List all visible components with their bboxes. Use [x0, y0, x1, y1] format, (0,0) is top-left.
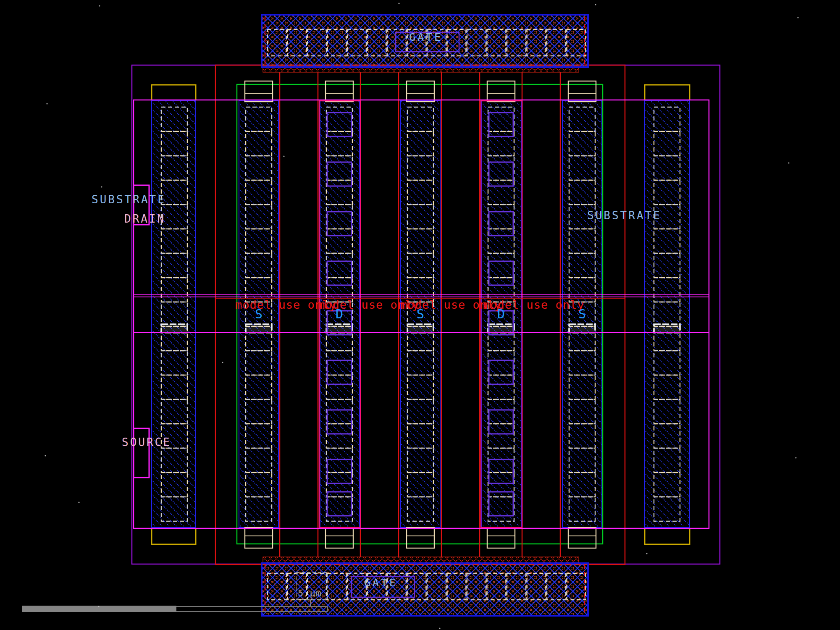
grid-dot	[99, 5, 100, 6]
metal-stub	[568, 528, 596, 548]
gate-top-label[interactable]: GATE	[409, 31, 443, 43]
substrate-column-right[interactable]	[645, 101, 690, 528]
scale-label[interactable]: 5 µm	[298, 588, 322, 598]
substrate-column-left[interactable]	[152, 101, 196, 528]
grid-dot	[646, 553, 647, 554]
sd-letter[interactable]: S	[255, 307, 262, 321]
layout-editor-canvas[interactable]: GATEGATESUBSTRATEDRAINSOURCESUBSTRATE5 µ…	[0, 0, 840, 630]
substrate-right-label[interactable]: SUBSTRATE	[587, 209, 662, 222]
metal-stub	[407, 528, 434, 548]
contact-row-highlight	[569, 324, 595, 333]
grid-dot	[439, 627, 440, 629]
grid-dot	[78, 501, 79, 503]
grid-dot	[222, 362, 223, 363]
contact-row-highlight	[654, 324, 680, 333]
tap-cap[interactable]	[152, 85, 196, 100]
grid-dot	[795, 457, 796, 458]
sd-letter[interactable]: D	[497, 307, 505, 321]
contact-row-highlight	[407, 324, 433, 333]
poly-strip	[263, 557, 579, 563]
substrate-left-label[interactable]: SUBSTRATE	[92, 193, 166, 206]
contact-row-highlight	[246, 324, 272, 333]
grid-dot	[45, 455, 46, 456]
contact-row-highlight	[161, 324, 187, 333]
grid-dot	[398, 3, 399, 4]
grid-dot	[46, 103, 47, 104]
drain-label[interactable]: DRAIN	[124, 213, 165, 225]
grid-dot	[788, 162, 789, 163]
tap-cap[interactable]	[645, 528, 690, 544]
gate-bottom-label[interactable]: GATE	[364, 577, 398, 589]
metal-stub	[245, 528, 273, 548]
grid-dot	[595, 4, 596, 5]
source-label[interactable]: SOURCE	[122, 436, 171, 449]
tap-cap[interactable]	[152, 528, 196, 544]
sd-letter[interactable]: S	[578, 307, 586, 321]
tap-cap[interactable]	[645, 85, 690, 100]
contact-row-highlight	[488, 324, 514, 333]
sd-letter[interactable]: S	[417, 307, 424, 321]
contact-row-highlight	[326, 324, 352, 333]
metal-stub	[326, 528, 353, 548]
metal-stub	[487, 528, 515, 548]
grid-dot	[101, 186, 102, 187]
grid-dot	[98, 606, 99, 607]
grid-dot	[797, 17, 798, 18]
cad-drawing-area[interactable]: GATEGATESUBSTRATEDRAINSOURCESUBSTRATE5 µ…	[0, 0, 840, 630]
grid-dot	[283, 155, 284, 157]
grid-dot	[583, 268, 584, 270]
sd-letter[interactable]: D	[336, 307, 343, 321]
